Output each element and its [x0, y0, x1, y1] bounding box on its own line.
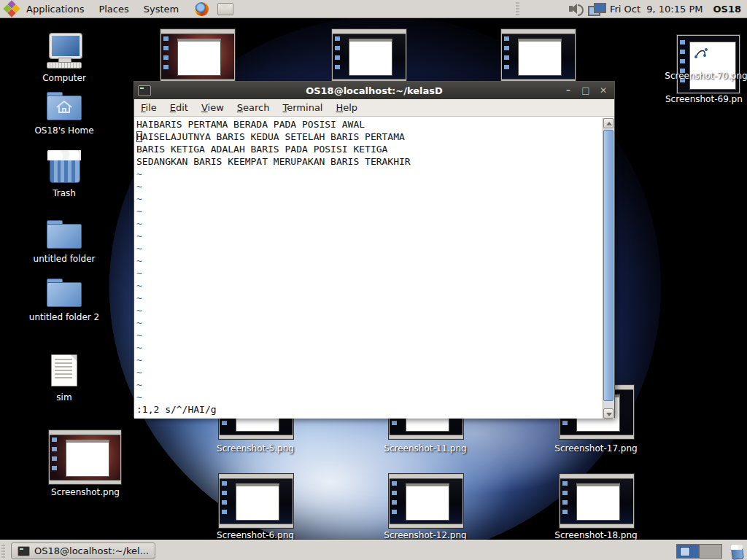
distro-logo-icon[interactable]: [4, 1, 19, 16]
terminal-line: BARIS KETIGA ADALAH BARIS PADA POSISI KE…: [136, 143, 603, 155]
window-title: OS18@localhost:~/kelasD: [134, 85, 614, 96]
vi-tilde: ~: [136, 378, 603, 391]
workspace-1[interactable]: [677, 545, 699, 558]
folder-icon: [47, 279, 82, 306]
vi-tilde: ~: [136, 168, 603, 180]
desktop-icon-label[interactable]: Screenshot-12.png: [382, 530, 469, 540]
vi-tilde: ~: [136, 304, 603, 316]
menu-help[interactable]: Help: [329, 99, 364, 116]
vi-tilde: ~: [136, 242, 603, 254]
vi-cursor: H: [136, 131, 142, 142]
desktop-icon-label: untitled folder 2: [20, 312, 108, 322]
vi-tilde: ~: [136, 329, 603, 341]
user-menu[interactable]: OS18: [713, 4, 741, 15]
menu-terminal[interactable]: Terminal: [276, 99, 330, 116]
taskbar-window-button[interactable]: OS18@localhost:~/kel...: [11, 542, 155, 559]
desktop-icon-label: Trash: [20, 188, 108, 198]
desktop-icon-label[interactable]: Screenshot-18.png: [552, 530, 640, 540]
panel-drag-handle[interactable]: [516, 2, 519, 15]
vi-tilde: ~: [136, 366, 603, 378]
bottom-panel: OS18@localhost:~/kel...: [0, 540, 747, 560]
desktop-icon-untitled-folder[interactable]: untitled folder: [20, 220, 108, 264]
desktop-icon-screenshot-18[interactable]: [560, 474, 634, 528]
menu-system[interactable]: System: [136, 0, 186, 18]
vi-tilde: ~: [136, 205, 603, 217]
vi-tilde: ~: [136, 230, 603, 242]
trash-icon: [47, 150, 81, 182]
firefox-launcher-icon[interactable]: [195, 2, 209, 16]
close-button[interactable]: ✕: [598, 82, 608, 99]
menu-search[interactable]: Search: [231, 99, 276, 116]
desktop-icon-label: Computer: [20, 73, 108, 83]
workspace-switcher[interactable]: [676, 544, 722, 559]
scrollbar[interactable]: [603, 118, 614, 419]
terminal-task-icon: [18, 546, 30, 556]
vi-tilde: ~: [136, 254, 603, 267]
desktop-icon-trash[interactable]: Trash: [20, 150, 108, 198]
vi-tilde: ~: [136, 354, 603, 366]
menu-applications[interactable]: Applications: [19, 0, 91, 18]
minimize-button[interactable]: –: [563, 82, 573, 99]
vi-tilde: ~: [136, 217, 603, 230]
desktop-icon-screenshot[interactable]: [49, 430, 121, 484]
computer-icon: [47, 34, 82, 67]
desktop-icon-label: sim: [20, 392, 108, 402]
vi-tilde: ~: [136, 391, 603, 403]
network-icon[interactable]: [588, 3, 604, 15]
window-titlebar[interactable]: OS18@localhost:~/kelasD – □ ✕: [134, 82, 614, 99]
terminal-line: HAIBARIS PERTAMA BERADA PADA POSISI AWAL: [136, 118, 603, 131]
desktop-icon-untitled-folder-2[interactable]: untitled folder 2: [20, 279, 108, 322]
desktop-icon-label[interactable]: Screenshot-6.png: [212, 530, 299, 540]
terminal-line: HAISELAJUTNYA BARIS KEDUA SETELAH BARIS …: [136, 131, 603, 143]
vi-tilde: ~: [136, 267, 603, 279]
vi-tilde: ~: [136, 341, 603, 354]
folder-icon: [47, 220, 82, 248]
desktop-icon-label: OS18's Home: [20, 125, 108, 136]
maximize-button[interactable]: □: [581, 82, 591, 99]
home-folder-icon: [47, 92, 82, 120]
menu-places[interactable]: Places: [91, 0, 136, 18]
desktop-icon-sim[interactable]: sim: [20, 354, 108, 402]
scroll-up-icon[interactable]: [603, 118, 614, 128]
desktop-icon-home[interactable]: OS18's Home: [20, 92, 108, 136]
desktop-icon-screenshot-thumb[interactable]: [501, 29, 576, 83]
trash-applet-icon[interactable]: [729, 544, 744, 559]
desktop-icon-label[interactable]: Screenshot-5.png: [212, 443, 299, 454]
clock[interactable]: Fri Oct 9, 10:15 PM: [610, 4, 703, 15]
desktop-icon-label[interactable]: Screenshot-11.png: [382, 443, 469, 454]
menu-view[interactable]: View: [195, 99, 231, 116]
desktop-icon-label[interactable]: Screenshot-70.png: [646, 71, 747, 81]
menu-edit[interactable]: Edit: [163, 99, 195, 116]
workspace-2[interactable]: [699, 545, 721, 558]
desktop-icon-label[interactable]: Screenshot.png: [42, 487, 129, 497]
terminal-menubar: File Edit View Search Terminal Help: [134, 99, 614, 117]
desktop-icon-label[interactable]: Screenshot-17.png: [552, 443, 640, 454]
vi-tilde: ~: [136, 316, 603, 329]
vi-tilde: ~: [136, 279, 603, 292]
volume-icon[interactable]: [569, 3, 582, 15]
desktop-icon-computer[interactable]: Computer: [20, 34, 108, 83]
menu-file[interactable]: File: [134, 99, 163, 116]
panel-drag-handle[interactable]: [1, 545, 5, 558]
desktop-icon-screenshot-thumb[interactable]: [160, 29, 235, 83]
desktop-icon-label-clipped[interactable]: Screenshot-69.pn: [665, 94, 747, 104]
vi-command-line: :1,2 s/^/HAI/g: [136, 403, 603, 416]
vi-tilde: ~: [136, 192, 603, 205]
desktop-icon-screenshot-thumb[interactable]: [332, 29, 406, 83]
taskbar-window-label: OS18@localhost:~/kel...: [34, 545, 149, 556]
desktop-icon-screenshot-6[interactable]: [219, 474, 293, 528]
scrollbar-thumb[interactable]: [603, 130, 614, 401]
desktop-icon-label: untitled folder: [20, 254, 108, 264]
terminal-line: SEDANGKAN BARIS KEEMPAT MERUPAKAN BARIS …: [136, 155, 603, 168]
top-panel: Applications Places System Fri Oct 9, 10…: [0, 0, 747, 18]
email-launcher-icon[interactable]: [217, 3, 233, 15]
terminal-body[interactable]: HAIBARIS PERTAMA BERADA PADA POSISI AWAL…: [134, 118, 603, 419]
terminal-window: OS18@localhost:~/kelasD – □ ✕ File Edit …: [133, 81, 615, 418]
desktop-icon-screenshot-70[interactable]: [677, 35, 740, 93]
vi-tilde: ~: [136, 292, 603, 304]
desktop-icon-screenshot-12[interactable]: [389, 474, 463, 528]
scroll-down-icon[interactable]: [603, 408, 614, 419]
vi-tilde: ~: [136, 180, 603, 192]
document-icon: [51, 354, 77, 386]
